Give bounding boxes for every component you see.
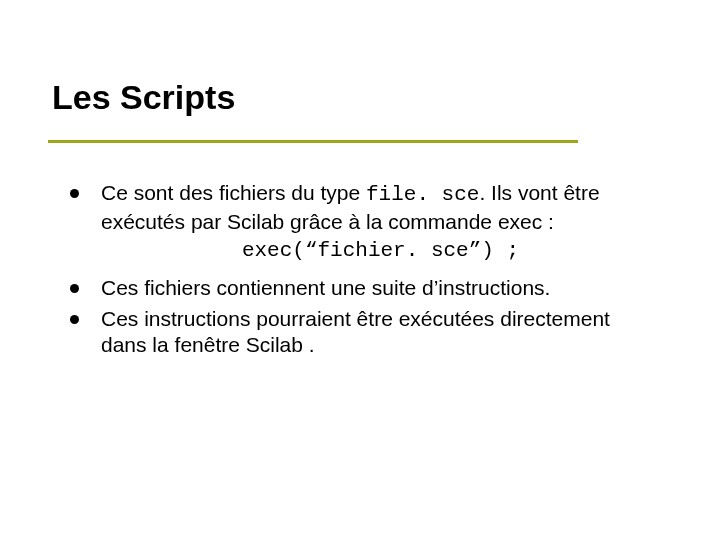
bullet-text-1: Ce sont des fichiers du type file. sce. … [101, 180, 660, 271]
b1-codeline: exec(“fichier. sce”) ; [101, 238, 660, 265]
list-item: Ces fichiers contiennent une suite d’ins… [70, 275, 660, 302]
b1-code: file. sce [366, 183, 479, 206]
title-underline [48, 140, 578, 143]
b1-pre: Ce sont des fichiers du type [101, 181, 366, 204]
bullet-text-2: Ces fichiers contiennent une suite d’ins… [101, 275, 660, 302]
bullet-icon [70, 284, 79, 293]
bullet-text-3: Ces instructions pourraient être exécuté… [101, 306, 660, 360]
slide-title: Les Scripts [52, 78, 235, 117]
list-item: Ce sont des fichiers du type file. sce. … [70, 180, 660, 271]
bullet-icon [70, 315, 79, 324]
bullet-icon [70, 189, 79, 198]
slide: Les Scripts Ce sont des fichiers du type… [0, 0, 720, 540]
slide-body: Ce sont des fichiers du type file. sce. … [70, 180, 660, 363]
list-item: Ces instructions pourraient être exécuté… [70, 306, 660, 360]
